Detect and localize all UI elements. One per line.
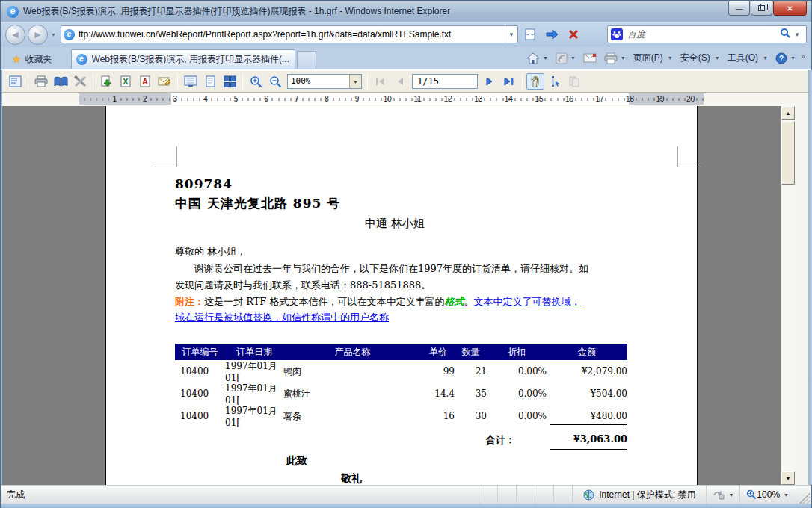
doc-ref-number: 809784 (175, 176, 233, 191)
stop-button[interactable] (564, 25, 583, 43)
doc-hyperlink-part2[interactable]: 域在运行是被域值替换，如信件称谓中的用户名称 (175, 312, 389, 323)
home-dropdown[interactable]: ▼ (543, 55, 548, 61)
feeds-dropdown[interactable]: ▼ (570, 55, 576, 61)
ruler-mark: 19 (645, 93, 676, 105)
col-header: 单价 (422, 346, 455, 359)
safety-menu-button[interactable]: 安全(S) ▼ (677, 49, 724, 67)
table-cell: 0.00% (487, 411, 547, 421)
tools-menu-button[interactable]: 工具(O) ▼ (724, 49, 772, 67)
overflow-chevron[interactable]: » (799, 52, 808, 65)
settings-button[interactable] (71, 73, 89, 90)
export-button[interactable] (97, 73, 115, 90)
tools-menu-dropdown: ▼ (763, 55, 768, 61)
hand-tool-button[interactable] (526, 73, 544, 90)
forward-button[interactable]: ► (28, 25, 48, 45)
restore-button[interactable] (751, 1, 772, 16)
back-button[interactable]: ◄ (5, 25, 25, 45)
ruler-mark: 16 (554, 93, 585, 105)
zoom-value[interactable]: 100% (288, 75, 349, 88)
page-width-button[interactable] (182, 73, 200, 90)
zoom-out-button[interactable] (266, 73, 284, 90)
status-zoom-dropdown[interactable]: ▼ (784, 492, 789, 498)
protected-mode-button[interactable]: ▼ (706, 486, 739, 504)
scroll-down-button[interactable]: ▼ (781, 471, 795, 485)
last-page-button[interactable] (500, 73, 518, 90)
doc-greeting: 尊敬的 林小姐， (175, 245, 246, 258)
report-page: 809784 中国 天津光复北路 895 号 中通 林小姐 尊敬的 林小姐， 谢… (105, 106, 698, 485)
text-select-icon (549, 75, 561, 87)
export-pdf-button[interactable]: A (136, 73, 154, 90)
text-select-tool-button[interactable] (546, 73, 564, 90)
table-cell: 10400 (175, 388, 225, 399)
print-report-button[interactable] (32, 73, 50, 90)
page-setup-button[interactable] (52, 73, 70, 90)
search-placeholder[interactable]: 百度 (623, 28, 780, 41)
help-dropdown[interactable]: ▼ (790, 55, 796, 61)
title-bar: e Web报表(B/S报表)演示, 用报表打印显示器插件(打印预览插件)展现报表… (1, 1, 811, 22)
search-magnifier-icon[interactable] (780, 28, 791, 41)
history-dropdown[interactable]: ▼ (51, 32, 56, 37)
scroll-up-button[interactable]: ▲ (781, 106, 795, 120)
page-menu-button[interactable]: 页面(P) ▼ (630, 49, 677, 67)
print-dropdown[interactable]: ▼ (621, 55, 626, 61)
address-dropdown[interactable]: ▼ (505, 26, 517, 43)
command-bar: ▼ ▼ ▼ (523, 47, 808, 69)
zoom-combobox[interactable]: 100% ▼ (287, 74, 362, 89)
search-dropdown[interactable]: ▼ (791, 31, 803, 38)
copy-button[interactable] (565, 73, 583, 90)
feeds-button[interactable]: ▼ (552, 49, 579, 67)
help-button[interactable]: ? ▼ (772, 49, 799, 67)
ruler-mark: 13 (464, 93, 494, 105)
zoom-in-button[interactable] (247, 73, 265, 90)
tools-icon (74, 75, 87, 87)
go-button[interactable] (542, 25, 562, 43)
zone-text: Internet | 保护模式: 禁用 (599, 489, 695, 501)
status-text: 完成 (1, 489, 479, 501)
multiple-pages-button[interactable] (221, 73, 239, 90)
resize-grip[interactable] (798, 492, 810, 504)
print-button[interactable]: ▼ (600, 49, 630, 67)
zoom-level-button[interactable]: 100% ▼ (739, 486, 795, 504)
minimize-button[interactable]: — (728, 1, 750, 16)
page-number-input[interactable]: 1/15 (412, 74, 478, 89)
preview-right-gutter (795, 106, 808, 485)
stop-x-icon (568, 29, 579, 40)
preview-scrollbar[interactable]: ▲ ▼ (781, 106, 795, 485)
first-page-button[interactable] (372, 73, 390, 90)
address-bar[interactable]: e ttp://www.tuowei.cn/WebReport/PrintRep… (61, 25, 518, 43)
table-cell: ¥2,079.00 (547, 366, 627, 377)
zoom-combo-dropdown[interactable]: ▼ (349, 75, 361, 88)
baidu-icon (611, 28, 623, 40)
new-tab-button[interactable] (297, 51, 316, 69)
close-button[interactable]: ✕ (773, 1, 807, 16)
status-zoom-value[interactable]: 100% (757, 489, 780, 500)
panels-button[interactable] (6, 73, 24, 90)
last-page-icon (504, 77, 514, 86)
compatibility-view-button[interactable] (520, 25, 540, 43)
favorites-button[interactable]: ★ 收藏夹 (4, 50, 61, 68)
table-cell: 0.00% (487, 366, 547, 377)
window-title: Web报表(B/S报表)演示, 用报表打印显示器插件(打印预览插件)展现报表 -… (23, 5, 450, 18)
total-value: ¥3,063.00 (525, 433, 627, 444)
navigation-bar: ◄ ► ▼ e ttp://www.tuowei.cn/WebReport/Pr… (1, 22, 811, 47)
read-mail-button[interactable] (579, 49, 600, 67)
email-button[interactable] (156, 73, 173, 90)
total-double-rule (550, 424, 627, 427)
tab-active[interactable]: e Web报表(B/S报表)演示, 用报表打印显示器插件(... (71, 49, 295, 69)
whole-page-button[interactable] (201, 73, 219, 90)
home-button[interactable]: ▼ (523, 49, 552, 67)
restore-icon (758, 5, 765, 11)
protected-mode-dropdown[interactable]: ▼ (728, 492, 733, 498)
multiple-pages-icon (224, 75, 236, 87)
address-url[interactable]: ttp://www.tuowei.cn/WebReport/PrintRepor… (75, 29, 505, 40)
excel-icon: X (120, 75, 132, 87)
search-box[interactable]: 百度 ▼ (607, 25, 807, 43)
export-excel-button[interactable]: X (117, 73, 135, 90)
doc-hyperlink-part1[interactable]: 文本中定义了可替换域， (474, 296, 581, 307)
ruler-mark: 20 (675, 93, 706, 105)
ruler-mark: 15 (524, 93, 555, 105)
next-page-button[interactable] (481, 73, 499, 90)
previous-page-button[interactable] (391, 73, 409, 90)
scroll-thumb[interactable] (781, 121, 795, 185)
margin-corner-mark-left (154, 146, 177, 167)
